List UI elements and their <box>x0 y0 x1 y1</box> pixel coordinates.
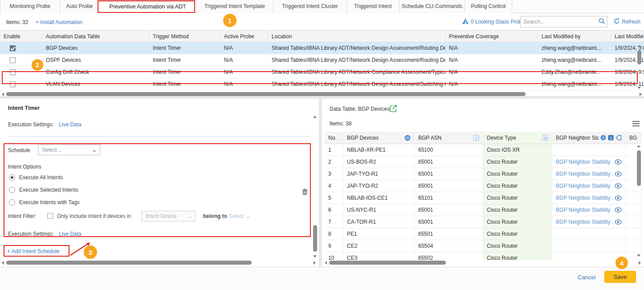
table-row[interactable]: 8PE165501Cisco Router <box>325 228 641 240</box>
data-table-vscrollbar[interactable] <box>636 144 641 258</box>
column-header[interactable]: Preventive Coverage <box>445 31 538 42</box>
cancel-button[interactable]: Cancel <box>578 274 595 281</box>
table-row[interactable]: 10CE365502Cisco Router <box>325 252 641 260</box>
tag-icon <box>615 135 622 141</box>
view-eye-icon[interactable] <box>615 207 622 213</box>
active-probe-cell: N/A <box>220 42 268 54</box>
add-intent-schedule-button[interactable]: + Add Intent Schedule <box>7 248 60 254</box>
separator <box>8 136 311 137</box>
column-header[interactable]: Trigger Method <box>149 31 220 42</box>
column-header[interactable]: Device Types <box>483 132 552 144</box>
tab-schedule-cli-commands[interactable]: Schedule CLI Commands <box>399 0 465 13</box>
table-row[interactable]: 2US-BOS-R265001Cisco RouterBGP Neighbor … <box>325 156 641 168</box>
column-header[interactable]: Location <box>268 31 445 42</box>
automation-table-vscrollbar[interactable] <box>637 43 642 91</box>
table-row[interactable]: 1NBLAB-XR-PE165100Cisco IOS XR <box>325 144 641 156</box>
column-header[interactable]: Active Probe <box>220 31 268 42</box>
device-cell: NBLAB-XR-PE1 <box>343 144 415 156</box>
column-header[interactable]: No. <box>325 132 343 144</box>
footer-bar: Cancel Save <box>0 267 644 290</box>
tab-monitoring-probe[interactable]: Monitoring Probe <box>0 0 60 13</box>
table-row[interactable]: VLAN DevicesIntent TimerN/AShared Tables… <box>0 78 644 90</box>
column-header[interactable]: Last Modified Ti <box>611 31 644 42</box>
table-row[interactable]: 3JAP-TYO-R165001Cisco RouterBGP Neighbor… <box>325 168 641 180</box>
save-button[interactable]: Save <box>604 271 636 283</box>
view-eye-icon[interactable] <box>615 183 622 189</box>
intent-panel-hscrollbar[interactable] <box>0 260 319 265</box>
table-row[interactable]: Config Drift CheckIntent TimerN/AShared … <box>0 66 644 78</box>
device-cell: PE1 <box>343 228 415 240</box>
column-header[interactable]: BGP <box>626 132 641 144</box>
column-header[interactable]: BGP ASNi <box>415 132 483 144</box>
column-header[interactable]: Enable <box>0 31 42 42</box>
column-label: BGP Devices <box>347 132 403 144</box>
device-cell: CE3 <box>343 252 415 260</box>
trigger-cell: Intent Timer <box>149 42 220 54</box>
radio-option-execute-selected-intents[interactable]: Execute Selected Intents <box>9 187 78 193</box>
bgp-neighbor-stability-link[interactable]: BGP Neighbor Stability ... <box>556 216 613 228</box>
table-row[interactable]: 7CA-TOR-R165001Cisco RouterBGP Neighbor … <box>325 216 641 228</box>
table-row[interactable]: 9CE265504Cisco Router <box>325 240 641 252</box>
enable-checkbox[interactable] <box>10 69 16 75</box>
bgp-neighbor-stability-link[interactable]: BGP Neighbor Stability ... <box>556 192 613 204</box>
live-data-link-2[interactable]: Live Data <box>59 231 82 237</box>
enable-checkbox[interactable] <box>10 81 16 87</box>
table-row[interactable]: 6US-NYC-R165001Cisco RouterBGP Neighbor … <box>325 204 641 216</box>
intent-device-select[interactable]: Intent Device ⌄ <box>142 211 196 222</box>
search-box <box>520 16 607 28</box>
live-data-link[interactable]: Live Data <box>59 121 82 128</box>
view-eye-icon[interactable] <box>615 219 622 225</box>
intent-panel-vscrollbar[interactable] <box>313 115 318 259</box>
delete-schedule-icon[interactable] <box>302 189 308 197</box>
refresh-button[interactable]: Refresh <box>614 18 640 25</box>
tab-polling-control[interactable]: Polling Control <box>465 0 512 13</box>
tab-triggered-intent-template[interactable]: Triggered Intent Template <box>196 0 273 13</box>
enable-checkbox[interactable] <box>10 45 16 51</box>
tab-triggered-intent-cluster[interactable]: Triggered Intent Cluster <box>273 0 347 13</box>
enable-cell <box>0 54 42 66</box>
bgp-neighbor-stability-link[interactable]: BGP Neighbor Stability ... <box>556 156 613 168</box>
radio-option-execute-intents-with-tags[interactable]: Execute Intents with Tags <box>9 199 80 205</box>
search-icon[interactable] <box>596 18 607 26</box>
belong-to-select[interactable]: Select ⌄ <box>229 213 251 219</box>
radio-option-execute-all-intents[interactable]: Execute All Intents <box>9 174 63 181</box>
view-eye-icon[interactable] <box>615 195 622 201</box>
bgp-neighbor-cell: BGP Neighbor Stability ... <box>552 192 626 204</box>
schedule-select[interactable]: Select... ⌄ <box>38 145 100 155</box>
menu-icon[interactable] <box>632 121 640 126</box>
open-data-table-icon[interactable] <box>390 105 397 113</box>
looking-glass-probe-button[interactable]: 0 Looking Glass Probe <box>462 18 525 25</box>
search-input[interactable] <box>521 19 596 25</box>
data-table-hscrollbar[interactable] <box>322 260 644 265</box>
table-row[interactable]: BGP DevicesIntent TimerN/AShared Tables/… <box>0 42 644 54</box>
column-header[interactable]: Last Modified by <box>538 31 611 42</box>
intent-filter-checkbox[interactable] <box>47 213 53 219</box>
radio-label: Execute All Intents <box>19 174 63 181</box>
column-header[interactable]: Automation Data Table <box>42 31 149 42</box>
device-icon <box>404 135 411 141</box>
tab-auto-probe[interactable]: Auto Probe <box>60 0 99 13</box>
tab-preventive-automation-via-adt[interactable]: Preventive Automation via ADT <box>99 0 196 14</box>
asn-cell: 65001 <box>415 216 483 228</box>
no-cell: 4 <box>325 180 343 192</box>
radio-button[interactable] <box>9 199 15 205</box>
table-row[interactable]: OSPF DevicesIntent TimerN/AShared Tables… <box>0 54 644 66</box>
column-header[interactable]: BGP Devices <box>343 132 415 144</box>
view-eye-icon[interactable] <box>615 171 622 177</box>
column-header[interactable]: BGP Neighbor Sta...1 <box>552 132 626 144</box>
tab-triggered-intent[interactable]: Triggered Intent <box>347 0 399 13</box>
view-eye-icon[interactable] <box>615 159 622 165</box>
table-row[interactable]: 4JAP-TYO-R265001Cisco RouterBGP Neighbor… <box>325 180 641 192</box>
bgp-neighbor-stability-link[interactable]: BGP Neighbor Stability ... <box>556 204 613 216</box>
radio-button[interactable] <box>9 187 15 193</box>
enable-checkbox[interactable] <box>10 57 16 63</box>
coverage-cell: N/A <box>445 42 538 54</box>
radio-button[interactable] <box>9 174 15 181</box>
items-count: Items: 32 <box>6 19 28 25</box>
enable-cell <box>0 66 42 78</box>
table-row[interactable]: 5NBLAB-IOS-CE165101Cisco RouterBGP Neigh… <box>325 192 641 204</box>
coverage-cell: N/A <box>445 66 538 78</box>
bgp-neighbor-stability-link[interactable]: BGP Neighbor Stability ... <box>556 180 613 192</box>
install-automation-button[interactable]: + Install Automation <box>36 19 82 25</box>
bgp-neighbor-stability-link[interactable]: BGP Neighbor Stability ... <box>556 168 613 180</box>
